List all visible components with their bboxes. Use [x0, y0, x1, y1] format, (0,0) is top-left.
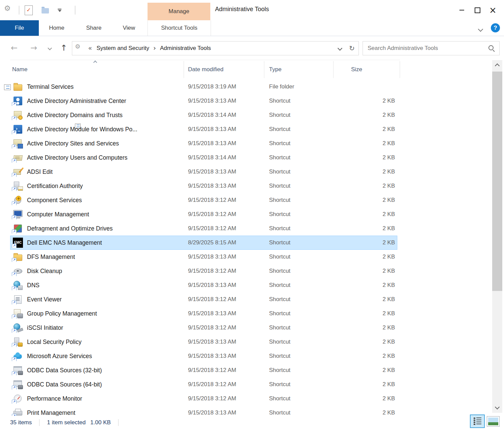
file-type: Shortcut	[264, 168, 334, 175]
file-row[interactable]: ↗Event Viewer9/15/2018 3:12 AMShortcut2 …	[10, 292, 397, 306]
file-name-cell: ↗Print Management	[10, 408, 184, 416]
file-row[interactable]: ↗Group Policy Management9/15/2018 3:13 A…	[10, 306, 397, 321]
breadcrumb-administrative-tools[interactable]: Administrative Tools	[159, 45, 212, 52]
file-row[interactable]: ↗Microsoft Azure Services9/15/2018 3:13 …	[10, 349, 397, 363]
file-date-modified: 9/15/2018 3:14 AM	[184, 112, 264, 118]
breadcrumb-separator-icon[interactable]: ›	[151, 44, 159, 53]
shortcut-arrow-icon: ↗	[12, 357, 17, 361]
collapse-ribbon-button[interactable]	[476, 25, 485, 33]
search-icon[interactable]	[488, 45, 495, 52]
file-name: Performance Monitor	[27, 395, 82, 402]
file-row[interactable]: ↗ODBC Data Sources (32-bit)9/15/2018 3:1…	[10, 363, 397, 377]
file-row[interactable]: ↗Component Services9/15/2018 3:12 AMShor…	[10, 193, 397, 207]
scrollbar-thumb[interactable]	[492, 72, 502, 291]
properties-check-icon[interactable]: ✓	[25, 5, 33, 15]
close-button[interactable]: ×	[485, 3, 501, 17]
file-size: 2 KB	[334, 168, 397, 175]
file-row[interactable]: ↗ADSI Edit9/15/2018 3:13 AMShortcut2 KB	[10, 165, 397, 179]
security-policy-icon: ↗	[13, 337, 23, 347]
tab-view[interactable]: View	[113, 20, 145, 36]
file-name: Certification Authority	[27, 183, 83, 190]
file-row[interactable]: ↗Defragment and Optimize Drives9/15/2018…	[10, 221, 397, 236]
forward-button[interactable]: →	[28, 36, 40, 60]
file-type: Shortcut	[264, 324, 334, 331]
file-name: Group Policy Management	[27, 310, 97, 317]
column-header-name[interactable]: Name	[10, 61, 184, 78]
shortcut-arrow-icon: ↗	[12, 201, 17, 205]
file-row[interactable]: ↗Disk Cleanup9/15/2018 3:12 AMShortcut2 …	[10, 264, 397, 278]
breadcrumb-system-and-security[interactable]: System and Security	[95, 45, 151, 52]
recent-locations-button[interactable]	[45, 36, 54, 60]
search-input[interactable]	[363, 45, 488, 52]
column-header-type[interactable]: Type	[264, 61, 334, 78]
column-header-date-modified[interactable]: Date modified	[184, 61, 264, 78]
tab-share[interactable]: Share	[76, 20, 111, 36]
file-date-modified: 9/15/2018 3:12 AM	[184, 367, 264, 374]
file-row[interactable]: ↗DFS Management9/15/2018 3:13 AMShortcut…	[10, 250, 397, 264]
back-button[interactable]: ←	[8, 36, 20, 60]
file-row[interactable]: ↗Active Directory Sites and Services9/15…	[10, 136, 397, 151]
up-button[interactable]: ↑	[58, 36, 70, 60]
file-row[interactable]: ↗Active Directory Module for Windows Po.…	[10, 122, 397, 136]
details-view-button[interactable]	[470, 414, 485, 428]
file-row[interactable]: ↗Certification Authority9/15/2018 3:13 A…	[10, 179, 397, 193]
file-name-cell: ↗iSCSI Initiator	[10, 323, 184, 333]
file-type: Shortcut	[264, 395, 334, 402]
file-date-modified: 9/15/2018 3:13 AM	[184, 310, 264, 317]
file-row[interactable]: ↗ODBC Data Sources (64-bit)9/15/2018 3:1…	[10, 377, 397, 392]
file-type: Shortcut	[264, 296, 334, 303]
file-name-cell: ↗Disk Cleanup	[10, 266, 184, 276]
collapsed-path-indicator[interactable]: «	[88, 45, 92, 52]
file-row[interactable]: ↗Local Security Policy9/15/2018 3:13 AMS…	[10, 335, 397, 349]
vertical-scrollbar[interactable]	[492, 60, 502, 413]
chevron-down-icon	[48, 46, 52, 50]
address-bar[interactable]: ⚙ « System and Security › Administrative…	[72, 41, 346, 55]
scroll-down-button[interactable]	[492, 401, 502, 413]
tab-shortcut-tools[interactable]: Shortcut Tools	[148, 20, 211, 36]
title-bar: ⚙ ✓ Manage Administrative Tools ×	[0, 0, 504, 20]
scroll-up-button[interactable]	[492, 60, 502, 72]
file-type: Shortcut	[264, 183, 334, 189]
file-type: Shortcut	[264, 98, 334, 104]
file-type: Shortcut	[264, 339, 334, 345]
file-row[interactable]: ↗iSCSI Initiator9/15/2018 3:12 AMShortcu…	[10, 321, 397, 335]
tab-home[interactable]: Home	[41, 20, 73, 36]
file-size: 2 KB	[334, 409, 397, 416]
file-date-modified: 9/15/2018 3:13 AM	[184, 183, 264, 189]
thumbnails-view-button[interactable]	[487, 416, 500, 427]
address-dropdown-button[interactable]	[338, 45, 342, 51]
file-name: Dell EMC NAS Management	[27, 239, 102, 246]
admin-tools-app-icon[interactable]: ⚙	[4, 5, 16, 16]
file-row[interactable]: ↗Print Management9/15/2018 3:13 AMShortc…	[10, 406, 397, 416]
file-name: DNS	[27, 282, 39, 289]
file-date-modified: 9/15/2018 3:13 AM	[184, 353, 264, 359]
shortcut-arrow-icon: ↗	[12, 343, 17, 347]
minimize-button[interactable]	[454, 3, 470, 17]
help-button[interactable]: ?	[491, 23, 500, 32]
file-row[interactable]: ↗DNS9/15/2018 3:13 AMShortcut2 KB	[10, 278, 397, 292]
file-row[interactable]: ↗Computer Management9/15/2018 3:12 AMSho…	[10, 207, 397, 221]
shortcut-arrow-icon: ↗	[12, 329, 17, 333]
customize-quick-access-dropdown[interactable]	[58, 9, 61, 12]
file-size: 2 KB	[334, 239, 397, 246]
group-policy-icon: ↗	[13, 309, 23, 319]
file-row[interactable]: ↗Active Directory Administrative Center9…	[10, 94, 397, 108]
shortcut-arrow-icon: ↗	[12, 315, 17, 319]
column-header-size[interactable]: Size	[334, 61, 400, 78]
file-row[interactable]: ↗Active Directory Domains and Trusts9/15…	[10, 108, 397, 122]
new-folder-icon[interactable]	[42, 8, 49, 14]
tab-file[interactable]: File	[0, 20, 39, 36]
refresh-button[interactable]: ↻	[345, 41, 359, 55]
file-date-modified: 9/15/2018 3:12 AM	[184, 225, 264, 232]
file-row[interactable]: EMC↗Dell EMC NAS Management8/29/2025 8:1…	[10, 236, 397, 250]
status-divider	[118, 419, 118, 426]
file-row[interactable]: Terminal Services9/15/2018 3:19 AMFile f…	[10, 80, 397, 94]
file-row[interactable]: ↗Active Directory Users and Computers9/1…	[10, 151, 397, 165]
file-row[interactable]: ↗Performance Monitor9/15/2018 3:12 AMSho…	[10, 392, 397, 406]
search-box	[363, 41, 500, 55]
file-type: Shortcut	[264, 253, 334, 260]
dropdown-arrow-icon	[58, 10, 61, 12]
maximize-button[interactable]	[470, 3, 485, 17]
contextual-group-manage[interactable]: Manage	[148, 3, 210, 20]
file-size: 2 KB	[334, 310, 397, 317]
